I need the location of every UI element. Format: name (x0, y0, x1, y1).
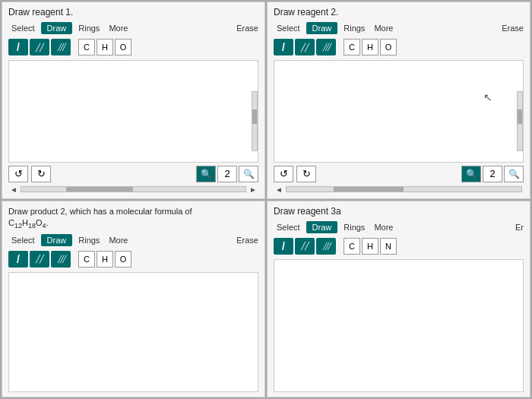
reagent2-vscrollbar[interactable] (517, 91, 523, 152)
reagent3a-panel: Draw reagent 3a Select Draw Rings More E… (267, 201, 530, 398)
reagent2-toolbar: Select Draw Rings More Erase (274, 22, 524, 34)
reagent1-redo-btn[interactable]: ↻ (31, 166, 51, 182)
reagent1-undo-btn[interactable]: ↺ (8, 166, 28, 182)
reagent3a-carbon-btn[interactable]: C (344, 238, 360, 255)
reagent1-triple-bond-btn[interactable]: ╱╱╱ (51, 39, 71, 55)
reagent2-zoom-in-btn[interactable]: 🔍 (461, 166, 481, 182)
reagent3a-single-bond-btn[interactable]: / (274, 238, 293, 255)
reagent2-zoom-controls: 🔍 2 🔍 (461, 166, 524, 182)
reagent3a-nitrogen-btn[interactable]: N (380, 238, 397, 255)
reagent1-scroll-thumb (66, 187, 134, 192)
reagent2-carbon-btn[interactable]: C (344, 39, 360, 55)
product2-triple-bond-btn[interactable]: ╱╱╱ (51, 251, 71, 268)
reagent1-bottom-controls: ↺ ↻ 🔍 2 🔍 (8, 166, 258, 182)
reagent3a-erase-btn[interactable]: Er (515, 223, 524, 232)
reagent2-undo-redo: ↺ ↻ (274, 166, 316, 182)
reagent2-title: Draw reagent 2. (274, 7, 524, 17)
reagent3a-title: Draw reagent 3a (274, 206, 524, 217)
product2-erase-btn[interactable]: Erase (236, 236, 258, 245)
reagent1-oxygen-btn[interactable]: O (115, 39, 131, 55)
reagent1-zoom-controls: 🔍 2 🔍 (196, 166, 258, 182)
main-grid: Draw reagent 1. Select Draw Rings More E… (0, 0, 532, 399)
reagent1-scroll-track[interactable] (21, 186, 246, 192)
product2-oxygen-btn[interactable]: O (115, 251, 131, 268)
reagent1-panel: Draw reagent 1. Select Draw Rings More E… (2, 2, 265, 199)
reagent2-rings-btn[interactable]: Rings (340, 22, 368, 34)
product2-hydrogen-btn[interactable]: H (97, 251, 113, 268)
reagent1-zoom-out-btn[interactable]: 🔍 (239, 166, 258, 182)
reagent3a-rings-btn[interactable]: Rings (340, 221, 368, 233)
reagent2-bottom-controls: ↺ ↻ 🔍 2 🔍 (274, 166, 524, 182)
reagent1-more-btn[interactable]: More (106, 22, 131, 34)
reagent3a-icon-group: / ╱╱ ╱╱╱ C H N (274, 238, 524, 255)
reagent1-vscrollbar[interactable] (252, 91, 258, 152)
reagent1-scroll-left[interactable]: ◄ (8, 185, 19, 194)
reagent2-triple-bond-btn[interactable]: ╱╱╱ (316, 39, 336, 55)
reagent1-single-bond-btn[interactable]: / (8, 39, 28, 55)
reagent1-carbon-btn[interactable]: C (78, 39, 95, 55)
reagent3a-toolbar: Select Draw Rings More Er (274, 221, 524, 233)
reagent2-redo-btn[interactable]: ↻ (296, 166, 316, 182)
reagent3a-drawing-area[interactable] (274, 259, 524, 393)
reagent2-scroll-track[interactable] (286, 186, 522, 192)
product2-rings-btn[interactable]: Rings (75, 234, 103, 246)
reagent3a-hydrogen-btn[interactable]: H (362, 238, 378, 255)
product2-toolbar: Select Draw Rings More Erase (8, 234, 258, 246)
reagent2-single-bond-btn[interactable]: / (274, 39, 293, 55)
reagent2-drawing-area[interactable]: ↖ (274, 60, 524, 163)
reagent2-undo-btn[interactable]: ↺ (274, 166, 293, 182)
reagent2-scroll-left[interactable]: ◄ (274, 185, 284, 194)
product2-double-bond-btn[interactable]: ╱╱ (30, 251, 49, 268)
reagent3a-double-bond-btn[interactable]: ╱╱ (295, 238, 315, 255)
reagent1-title: Draw reagent 1. (8, 7, 258, 17)
product2-carbon-btn[interactable]: C (78, 251, 95, 268)
reagent1-draw-btn[interactable]: Draw (41, 22, 73, 34)
reagent2-double-bond-btn[interactable]: ╱╱ (295, 39, 315, 55)
reagent2-zoom-out-btn[interactable]: 🔍 (504, 166, 524, 182)
reagent1-scroll-right[interactable]: ► (248, 185, 258, 194)
reagent2-zoom-reset-btn[interactable]: 2 (483, 166, 502, 182)
reagent1-toolbar: Select Draw Rings More Erase (8, 22, 258, 34)
product2-panel: Draw product 2, which has a molecular fo… (2, 201, 265, 398)
reagent3a-more-btn[interactable]: More (371, 221, 396, 233)
reagent2-hydrogen-btn[interactable]: H (362, 39, 378, 55)
reagent1-double-bond-btn[interactable]: ╱╱ (30, 39, 49, 55)
reagent2-erase-btn[interactable]: Erase (502, 24, 524, 33)
reagent1-hydrogen-btn[interactable]: H (97, 39, 113, 55)
reagent1-rings-btn[interactable]: Rings (75, 22, 103, 34)
reagent1-undo-redo: ↺ ↻ (8, 166, 51, 182)
reagent2-vscroll-thumb (518, 109, 522, 124)
product2-more-btn[interactable]: More (106, 234, 131, 246)
product2-draw-btn[interactable]: Draw (41, 234, 73, 246)
reagent1-drawing-area[interactable] (8, 60, 258, 163)
reagent2-cursor: ↖ (483, 91, 492, 103)
product2-icon-group: / ╱╱ ╱╱╱ C H O (8, 251, 258, 268)
reagent1-zoom-in-btn[interactable]: 🔍 (196, 166, 216, 182)
reagent2-icon-group: / ╱╱ ╱╱╱ C H O (274, 39, 524, 55)
product2-single-bond-btn[interactable]: / (8, 251, 28, 268)
product2-title: Draw product 2, which has a molecular fo… (8, 206, 258, 231)
reagent3a-select-btn[interactable]: Select (274, 221, 303, 233)
reagent1-erase-btn[interactable]: Erase (236, 24, 258, 33)
reagent1-scroll-area: ◄ ► (8, 185, 258, 194)
reagent2-scroll-area: ◄ (274, 185, 524, 194)
reagent2-scroll-thumb (334, 187, 404, 192)
reagent2-more-btn[interactable]: More (371, 22, 396, 34)
product2-drawing-area[interactable] (8, 272, 258, 392)
reagent2-select-btn[interactable]: Select (274, 22, 303, 34)
reagent3a-triple-bond-btn[interactable]: ╱╱╱ (316, 238, 336, 255)
reagent1-icon-group: / ╱╱ ╱╱╱ C H O (8, 39, 258, 55)
reagent2-draw-btn[interactable]: Draw (306, 22, 338, 34)
reagent2-panel: Draw reagent 2. Select Draw Rings More E… (267, 2, 530, 199)
reagent1-zoom-reset-btn[interactable]: 2 (217, 166, 237, 182)
reagent1-select-btn[interactable]: Select (8, 22, 38, 34)
reagent2-oxygen-btn[interactable]: O (380, 39, 397, 55)
reagent3a-draw-btn[interactable]: Draw (306, 221, 338, 233)
product2-select-btn[interactable]: Select (8, 234, 38, 246)
reagent1-vscroll-thumb (252, 109, 257, 124)
